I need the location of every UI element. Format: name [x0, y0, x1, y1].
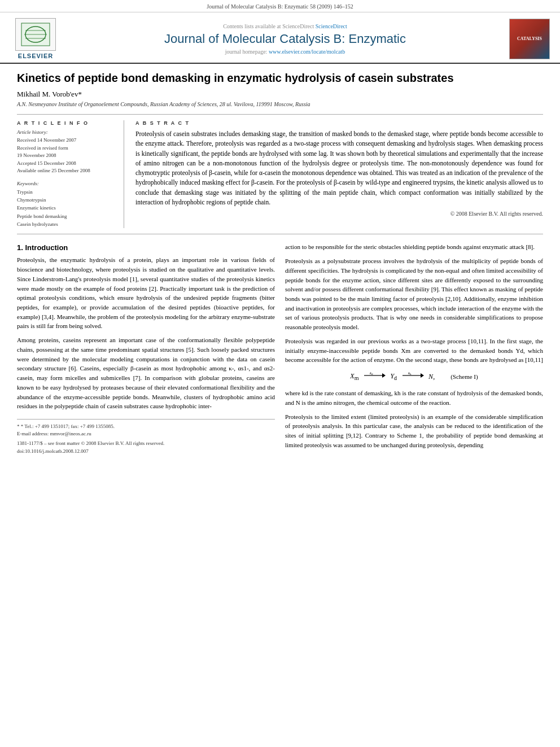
journal-reference-text: Journal of Molecular Catalysis B: Enzyma… — [207, 3, 353, 10]
divider — [17, 114, 543, 115]
sciencedirect-link: Contents lists available at ScienceDirec… — [67, 23, 504, 29]
footnote-tel-fax: * Tel.: +7 499 1351017; fax: +7 499 1355… — [21, 423, 115, 429]
article-history: Article history: Received 14 November 20… — [17, 129, 117, 175]
paper-title: Kinetics of peptide bond demasking in en… — [17, 71, 543, 85]
main-body: 1. Introduction Proteolysis, the enzymat… — [17, 242, 543, 454]
scheme-arrow-1: k d — [363, 370, 386, 383]
intro-paragraph-2: Among proteins, caseins represent an imp… — [17, 335, 275, 411]
svg-text:h: h — [410, 373, 412, 375]
scheme-label: (Scheme I) — [450, 373, 478, 380]
catalysis-logo: CATALYSIS — [509, 19, 550, 59]
available-online-date: Available online 25 December 2008 — [17, 167, 117, 175]
scheme-xm: Xm — [350, 372, 358, 381]
keyword-2: Chymotrypsin — [17, 196, 117, 204]
keywords-block: Keywords: Trypsin Chymotrypsin Enzymatic… — [17, 181, 117, 229]
accepted-date: Accepted 15 December 2008 — [17, 160, 117, 168]
keyword-1: Trypsin — [17, 188, 117, 196]
doi-line: doi:10.1016/j.molcatb.2008.12.007 — [17, 448, 275, 454]
divider-2 — [17, 234, 543, 234]
history-title: Article history: — [17, 129, 117, 135]
svg-marker-10 — [421, 373, 424, 378]
footnote-star: * * Tel.: +7 499 1351017; fax: +7 499 13… — [17, 423, 275, 431]
footnote-star-symbol: * — [17, 423, 21, 429]
scheme-yd: Yd — [390, 372, 397, 381]
scheme-equation: Xm k d Yd — [285, 370, 543, 383]
paper-affiliation: A.N. Nesmeyanov Institute of Organoeleme… — [17, 101, 543, 107]
article-info-column: A R T I C L E I N F O Article history: R… — [17, 120, 124, 228]
page: Journal of Molecular Catalysis B: Enzyma… — [0, 0, 560, 747]
received-revised-date: 19 November 2008 — [17, 152, 117, 160]
journal-homepage: journal homepage: www.elsevier.com/locat… — [67, 49, 504, 55]
scheme-arrow-2: k h — [401, 370, 424, 383]
svg-marker-6 — [382, 373, 386, 378]
right-paragraph-4: Proteolysis to the limited extent (limit… — [285, 412, 543, 450]
catalysis-logo-text: CATALYSIS — [517, 36, 542, 41]
svg-text:d: d — [371, 373, 373, 375]
received-revised-label: Received in revised form — [17, 145, 117, 152]
scheme-n: N, — [428, 373, 435, 381]
email-label: E-mail address: — [17, 431, 49, 436]
abstract-column: A B S T R A C T Proteolysis of casein su… — [135, 120, 543, 228]
homepage-url[interactable]: www.elsevier.com/locate/molcatb — [269, 49, 345, 55]
body-right-column: action to be responsible for the steric … — [285, 242, 543, 454]
body-left-column: 1. Introduction Proteolysis, the enzymat… — [17, 242, 275, 454]
journal-title: Journal of Molecular Catalysis B: Enzyma… — [67, 32, 504, 46]
elsevier-logo-block: ELSEVIER — [10, 18, 61, 59]
journal-reference-bar: Journal of Molecular Catalysis B: Enzyma… — [0, 0, 560, 12]
homepage-prefix: journal homepage: — [225, 49, 268, 55]
article-meta-section: A R T I C L E I N F O Article history: R… — [17, 120, 543, 228]
intro-paragraph-1: Proteolysis, the enzymatic hydrolysis of… — [17, 255, 275, 331]
right-paragraph-2: Proteolysis as a polysubstrate process i… — [285, 256, 543, 332]
scheme-block: Xm k d Yd — [285, 370, 543, 383]
paper-content: Kinetics of peptide bond demasking in en… — [0, 64, 560, 465]
abstract-text: Proteolysis of casein substrates include… — [135, 129, 543, 207]
received-date: Received 14 November 2007 — [17, 137, 117, 145]
keyword-3: Enzymatic kinetics — [17, 204, 117, 212]
intro-heading: 1. Introduction — [17, 243, 275, 252]
right-paragraph-1: action to be responsible for the steric … — [285, 242, 543, 252]
keyword-5: Casein hydrolyzates — [17, 220, 117, 228]
article-info-label: A R T I C L E I N F O — [17, 120, 117, 126]
contents-available-text: Contents lists available at ScienceDirec… — [223, 23, 314, 29]
right-paragraph-3: Proteolysis was regarded in our previous… — [285, 337, 543, 365]
paper-author: Mikhail M. Vorob'ev* — [17, 90, 543, 99]
journal-header: ELSEVIER Contents lists available at Sci… — [0, 12, 560, 64]
elsevier-logo-image — [15, 18, 56, 51]
elsevier-text: ELSEVIER — [18, 53, 53, 59]
sciencedirect-url[interactable]: ScienceDirect — [316, 23, 347, 29]
issn-line: 1381-1177/$ – see front matter © 2008 El… — [17, 440, 275, 446]
author-name: Mikhail M. Vorob'ev* — [17, 90, 82, 98]
keywords-title: Keywords: — [17, 181, 117, 186]
footer-bar: * * Tel.: +7 499 1351017; fax: +7 499 13… — [17, 419, 275, 454]
footnote-email: E-mail address: mmvor@ineos.ac.ru — [17, 430, 275, 438]
scheme-note: where kd is the rate constant of demaski… — [285, 388, 543, 407]
email-address: mmvor@ineos.ac.ru — [50, 431, 91, 436]
keyword-4: Peptide bond demasking — [17, 212, 117, 220]
copyright-line: © 2008 Elsevier B.V. All rights reserved… — [135, 211, 543, 217]
abstract-label: A B S T R A C T — [135, 120, 543, 126]
journal-title-block: Contents lists available at ScienceDirec… — [61, 23, 509, 55]
